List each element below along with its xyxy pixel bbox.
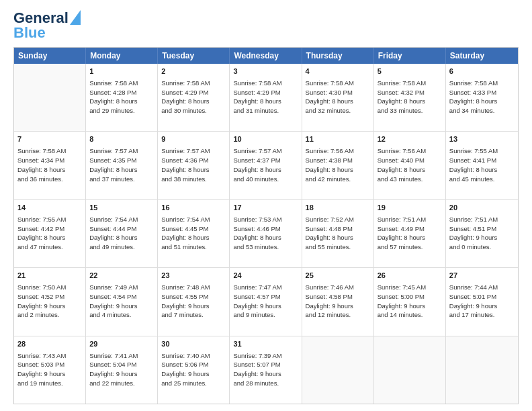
cell-content-line: Sunrise: 7:54 AM bbox=[89, 215, 154, 224]
cell-content-line: and 2 minutes. bbox=[17, 310, 82, 320]
cell-content-line: Daylight: 9 hours bbox=[306, 302, 370, 311]
day-number: 23 bbox=[161, 271, 226, 281]
day-number: 6 bbox=[449, 66, 515, 77]
cell-content-line: and 49 minutes. bbox=[89, 242, 154, 252]
cell-content-line: Daylight: 9 hours bbox=[89, 369, 154, 379]
calendar-cell: 17Sunrise: 7:53 AMSunset: 4:46 PMDayligh… bbox=[230, 200, 302, 267]
day-number: 20 bbox=[449, 203, 515, 214]
calendar-cell bbox=[14, 64, 86, 131]
day-number: 10 bbox=[233, 134, 298, 145]
cell-content-line: Sunrise: 7:49 AM bbox=[89, 283, 154, 292]
cell-content-line: Daylight: 8 hours bbox=[233, 233, 298, 242]
cell-content-line: and 4 minutes. bbox=[89, 310, 154, 320]
cell-content-line: Daylight: 9 hours bbox=[89, 302, 154, 311]
cell-content-line: and 51 minutes. bbox=[161, 242, 226, 252]
cell-content-line: and 57 minutes. bbox=[378, 242, 442, 252]
day-number: 26 bbox=[378, 271, 442, 281]
logo: General Blue bbox=[13, 11, 81, 40]
cell-content-line: Sunrise: 7:58 AM bbox=[89, 79, 154, 88]
cell-content-line: Sunset: 5:06 PM bbox=[161, 360, 226, 369]
calendar-cell bbox=[302, 336, 374, 404]
cell-content-line: Daylight: 8 hours bbox=[17, 165, 82, 175]
cell-content-line: Sunset: 4:41 PM bbox=[449, 156, 515, 165]
cell-content-line: Sunrise: 7:54 AM bbox=[161, 215, 226, 224]
cell-content-line: Sunset: 5:01 PM bbox=[449, 292, 515, 302]
calendar-cell: 25Sunrise: 7:46 AMSunset: 4:58 PMDayligh… bbox=[302, 268, 374, 335]
day-number: 5 bbox=[378, 66, 442, 77]
calendar-cell: 18Sunrise: 7:52 AMSunset: 4:48 PMDayligh… bbox=[302, 200, 374, 267]
cell-content-line: Daylight: 9 hours bbox=[449, 302, 515, 311]
day-number: 27 bbox=[449, 271, 515, 281]
calendar-row: 1Sunrise: 7:58 AMSunset: 4:28 PMDaylight… bbox=[14, 64, 518, 131]
day-number: 30 bbox=[161, 339, 226, 350]
day-number: 15 bbox=[89, 203, 154, 214]
cell-content-line: Daylight: 9 hours bbox=[17, 302, 82, 311]
cell-content-line: Sunrise: 7:53 AM bbox=[233, 215, 298, 224]
day-number: 14 bbox=[17, 203, 82, 214]
cell-content-line: and 29 minutes. bbox=[89, 106, 154, 116]
calendar-row: 21Sunrise: 7:50 AMSunset: 4:52 PMDayligh… bbox=[14, 267, 518, 335]
weekday-header: Friday bbox=[374, 48, 446, 64]
calendar-cell bbox=[446, 336, 518, 404]
calendar-cell: 26Sunrise: 7:45 AMSunset: 5:00 PMDayligh… bbox=[374, 268, 446, 335]
page: General Blue SundayMondayTuesdayWednesda… bbox=[0, 0, 532, 411]
cell-content-line: Daylight: 8 hours bbox=[161, 97, 226, 106]
cell-content-line: and 19 minutes. bbox=[17, 379, 82, 388]
day-number: 12 bbox=[378, 134, 442, 145]
day-number: 1 bbox=[89, 66, 154, 77]
calendar-cell: 13Sunrise: 7:55 AMSunset: 4:41 PMDayligh… bbox=[446, 132, 518, 199]
cell-content-line: Sunset: 4:45 PM bbox=[161, 224, 226, 234]
cell-content-line: Sunrise: 7:39 AM bbox=[233, 351, 298, 361]
cell-content-line: Sunset: 4:35 PM bbox=[89, 156, 154, 165]
cell-content-line: Daylight: 8 hours bbox=[233, 165, 298, 175]
cell-content-line: Daylight: 9 hours bbox=[233, 302, 298, 311]
cell-content-line: Sunset: 4:42 PM bbox=[17, 224, 82, 234]
day-number: 24 bbox=[233, 271, 298, 281]
cell-content-line: and 37 minutes. bbox=[89, 175, 154, 184]
cell-content-line: Daylight: 8 hours bbox=[378, 165, 442, 175]
cell-content-line: Sunrise: 7:51 AM bbox=[449, 215, 515, 224]
cell-content-line: and 14 minutes. bbox=[378, 310, 442, 320]
day-number: 4 bbox=[306, 66, 370, 77]
cell-content-line: Sunrise: 7:44 AM bbox=[449, 283, 515, 292]
cell-content-line: Daylight: 9 hours bbox=[449, 233, 515, 242]
cell-content-line: Sunset: 4:32 PM bbox=[378, 88, 442, 97]
calendar-cell: 23Sunrise: 7:48 AMSunset: 4:55 PMDayligh… bbox=[158, 268, 230, 335]
cell-content-line: Sunset: 4:30 PM bbox=[306, 88, 370, 97]
calendar-cell: 16Sunrise: 7:54 AMSunset: 4:45 PMDayligh… bbox=[158, 200, 230, 267]
calendar-cell: 31Sunrise: 7:39 AMSunset: 5:07 PMDayligh… bbox=[230, 336, 302, 404]
cell-content-line: and 31 minutes. bbox=[233, 106, 298, 116]
cell-content-line: and 17 minutes. bbox=[449, 310, 515, 320]
cell-content-line: and 0 minutes. bbox=[449, 242, 515, 252]
cell-content-line: Daylight: 8 hours bbox=[306, 97, 370, 106]
cell-content-line: Daylight: 9 hours bbox=[17, 369, 82, 379]
cell-content-line: Sunrise: 7:47 AM bbox=[233, 283, 298, 292]
cell-content-line: Sunrise: 7:43 AM bbox=[17, 351, 82, 361]
calendar-cell: 9Sunrise: 7:57 AMSunset: 4:36 PMDaylight… bbox=[158, 132, 230, 199]
cell-content-line: Sunset: 4:29 PM bbox=[161, 88, 226, 97]
calendar-cell: 27Sunrise: 7:44 AMSunset: 5:01 PMDayligh… bbox=[446, 268, 518, 335]
day-number: 25 bbox=[306, 271, 370, 281]
cell-content-line: Sunset: 4:51 PM bbox=[449, 224, 515, 234]
calendar: SundayMondayTuesdayWednesdayThursdayFrid… bbox=[13, 47, 519, 404]
cell-content-line: Sunset: 5:04 PM bbox=[89, 360, 154, 369]
day-number: 16 bbox=[161, 203, 226, 214]
cell-content-line: and 42 minutes. bbox=[306, 175, 370, 184]
day-number: 19 bbox=[378, 203, 442, 214]
weekday-header: Sunday bbox=[14, 48, 86, 64]
cell-content-line: Sunset: 4:34 PM bbox=[17, 156, 82, 165]
calendar-row: 7Sunrise: 7:58 AMSunset: 4:34 PMDaylight… bbox=[14, 131, 518, 199]
cell-content-line: Daylight: 9 hours bbox=[378, 302, 442, 311]
day-number: 28 bbox=[17, 339, 82, 350]
calendar-cell: 14Sunrise: 7:55 AMSunset: 4:42 PMDayligh… bbox=[14, 200, 86, 267]
day-number: 7 bbox=[17, 134, 82, 145]
cell-content-line: Sunset: 4:36 PM bbox=[161, 156, 226, 165]
cell-content-line: and 28 minutes. bbox=[233, 379, 298, 388]
logo-text: General bbox=[13, 11, 69, 26]
cell-content-line: Daylight: 8 hours bbox=[161, 165, 226, 175]
calendar-cell: 5Sunrise: 7:58 AMSunset: 4:32 PMDaylight… bbox=[374, 64, 446, 131]
cell-content-line: Daylight: 8 hours bbox=[449, 165, 515, 175]
calendar-row: 14Sunrise: 7:55 AMSunset: 4:42 PMDayligh… bbox=[14, 199, 518, 267]
cell-content-line: and 45 minutes. bbox=[449, 175, 515, 184]
cell-content-line: Sunrise: 7:48 AM bbox=[161, 283, 226, 292]
